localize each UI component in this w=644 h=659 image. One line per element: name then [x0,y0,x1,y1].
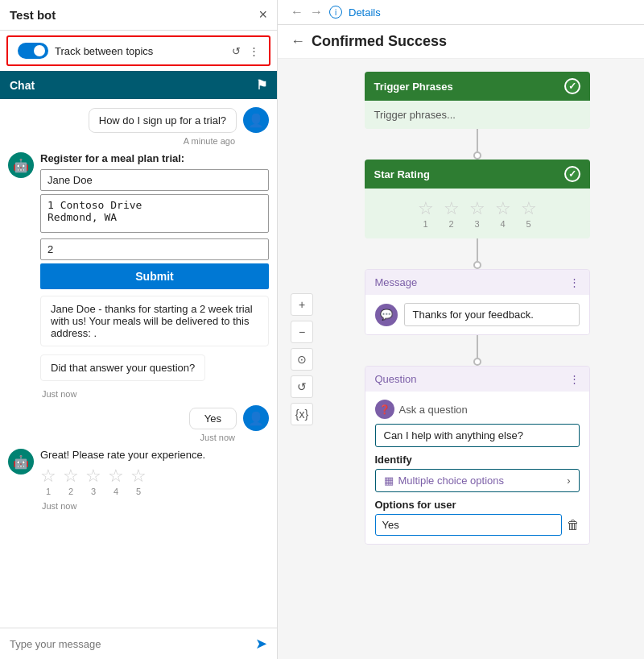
star-rating-check-icon: ✓ [564,166,580,182]
star-4: ☆ [108,466,124,487]
identify-label: Identify [375,454,580,466]
bot-stars-row: 🤖 Great! Please rate your experience. ☆1… [8,449,269,496]
connector-dot-3 [473,358,481,366]
question-body: ❓ Ask a question Identify ▦ Multiple cho… [365,392,589,544]
r-star-5: ☆ [521,198,537,219]
star-label-4: 4 [114,487,118,496]
zoom-target-button[interactable]: ⊙ [291,348,313,371]
message-more-icon[interactable]: ⋮ [569,276,580,288]
message-input[interactable] [10,638,255,650]
connector-3 [473,335,481,366]
timestamp-1: A minute ago [8,136,269,146]
r-star-4: ☆ [495,198,511,219]
question-input[interactable] [375,424,580,447]
chat-bar: Chat ⚑ [0,71,277,99]
star-label-1: 1 [46,487,51,496]
trigger-phrases-label: Trigger Phrases [374,81,453,93]
page-title: Confirmed Success [312,33,447,50]
zoom-variable-button[interactable]: {x} [291,403,313,425]
timestamp-2: Just now [8,389,269,399]
bot-stars-content: Great! Please rate your experience. ☆1 ☆… [40,449,269,496]
user-message-row: How do I sign up for a trial? 👤 [8,107,269,133]
track-toggle[interactable] [18,43,48,59]
star-label-2: 2 [68,487,73,496]
star-rating-label: Star Rating [374,168,430,180]
message-node: Message ⋮ 💬 Thanks for your feedback. [365,269,590,335]
r-star-col-4: ☆4 [495,198,511,229]
message-header: Message ⋮ [365,270,589,295]
message-body: 💬 Thanks for your feedback. [365,295,589,334]
multiple-choice-left: ▦ Multiple choice options [384,475,505,487]
star-col-4: ☆4 [108,466,124,496]
close-icon[interactable]: × [258,6,267,23]
message-text[interactable]: Thanks for your feedback. [404,303,580,326]
connector-dot-1 [473,151,481,160]
details-link[interactable]: Details [349,6,381,19]
option-input-1[interactable] [375,514,562,536]
nav-forward-icon[interactable]: → [310,5,323,19]
timestamp-3: Just now [8,433,269,442]
star-col-5: ☆5 [130,466,147,496]
trigger-phrases-body[interactable]: Trigger phrases... [365,101,590,129]
connector-line-3 [477,335,478,358]
question-more-icon[interactable]: ⋮ [569,373,580,385]
more-icon[interactable]: ⋮ [249,45,259,57]
connector-line-1 [477,129,478,151]
bot-message-row: Jane Doe - thanks for starting a 2 week … [8,296,269,350]
bot-message-bubble: Jane Doe - thanks for starting a 2 week … [40,296,269,346]
star-label-3: 3 [91,487,96,496]
bot-form-title: Register for a meal plan trial: [40,152,269,164]
bot-form-row: 🤖 Register for a meal plan trial: 1 Cont… [8,152,269,289]
r-star-col-2: ☆2 [444,198,460,229]
track-label: Track between topics [55,45,153,57]
multiple-choice-label: Multiple choice options [398,475,505,487]
zoom-in-button[interactable]: + [291,293,313,316]
question-node: Question ⋮ ❓ Ask a question Identify ▦ M… [365,366,590,545]
right-header: ← Confirmed Success [278,25,644,59]
star-rating-header: Star Rating ✓ [365,160,590,189]
send-icon[interactable]: ➤ [255,635,267,653]
zoom-out-button[interactable]: − [291,321,313,343]
r-star-col-5: ☆5 [521,198,537,229]
connector-1 [473,129,481,160]
trigger-phrases-header: Trigger Phrases ✓ [365,72,590,101]
r-star-1: ☆ [418,198,434,219]
bot-form-content: Register for a meal plan trial: 1 Contos… [40,152,269,289]
ask-question-label: Ask a question [399,404,468,416]
multiple-choice-row[interactable]: ▦ Multiple choice options › [375,469,580,492]
message-bubble-icon: 💬 [375,304,398,326]
yes-bubble: Yes [189,408,237,429]
star-rating-body: ☆1 ☆2 ☆3 ☆4 ☆5 [365,189,590,238]
form-number-input[interactable] [40,238,269,260]
refresh-icon[interactable]: ↺ [232,45,241,57]
back-arrow-icon[interactable]: ← [291,33,305,50]
chat-area: How do I sign up for a trial? 👤 A minute… [0,99,277,628]
pin-icon[interactable]: ⚑ [256,77,267,93]
star-5: ☆ [130,466,147,487]
type-bar: ➤ [0,628,277,659]
message-label: Message [375,276,418,288]
user-bubble: How do I sign up for a trial? [89,108,237,133]
form-address-input[interactable]: 1 Contoso Drive Redmond, WA [40,194,269,233]
r-star-col-1: ☆1 [418,198,434,229]
question-label: Question [375,373,417,385]
zoom-undo-button[interactable]: ↺ [291,375,313,398]
trigger-check-icon: ✓ [564,78,580,94]
multiple-choice-icon: ▦ [384,475,394,487]
star-col-2: ☆2 [63,466,79,496]
submit-button[interactable]: Submit [40,263,269,289]
chevron-right-icon: › [567,475,570,487]
trash-icon-1[interactable]: 🗑 [567,518,580,533]
options-label: Options for user [375,499,580,511]
star-1: ☆ [40,466,56,487]
star-col-1: ☆1 [40,466,56,496]
r-star-3: ☆ [469,198,485,219]
form-name-input[interactable] [40,169,269,191]
option-row-1: 🗑 [375,514,580,536]
bot-title: Test bot [10,8,56,22]
zoom-controls: + − ⊙ ↺ {x} [291,293,313,425]
right-top-bar: ← → i Details [278,0,644,25]
did-answer-row: Did that answer your question? [8,354,269,384]
nav-back-icon[interactable]: ← [291,5,303,19]
ask-question-icon: ❓ [375,400,394,419]
